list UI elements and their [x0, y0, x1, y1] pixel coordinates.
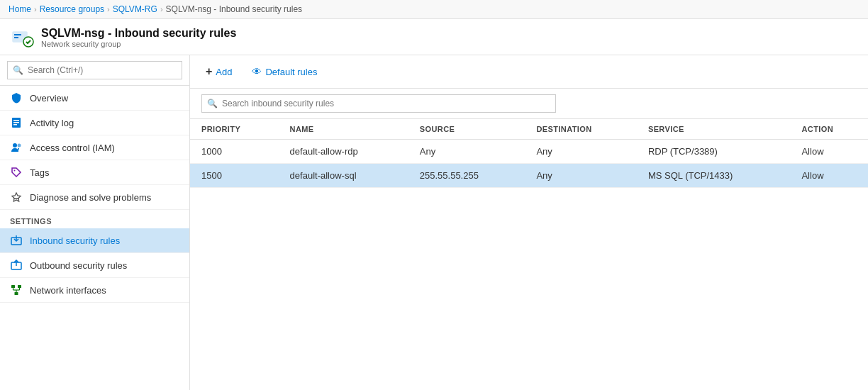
- sidebar-search-input[interactable]: [7, 61, 182, 79]
- svg-rect-14: [11, 285, 15, 288]
- nsg-icon: [11, 26, 34, 49]
- sidebar-item-overview-label: Overview: [30, 93, 68, 104]
- add-button[interactable]: + Add: [201, 62, 236, 81]
- table-search-icon: 🔍: [207, 99, 218, 108]
- table-search-input[interactable]: [201, 94, 556, 113]
- tag-icon: [10, 166, 23, 179]
- breadcrumb-resource-groups[interactable]: Resource groups: [40, 4, 104, 14]
- col-source: SOURCE: [408, 119, 525, 140]
- svg-rect-15: [18, 285, 21, 288]
- table-row[interactable]: 1500default-allow-sql255.55.55.255AnyMS …: [190, 164, 868, 188]
- sidebar-item-diagnose-label: Diagnose and solve problems: [30, 192, 151, 203]
- sidebar-item-iam-label: Access control (IAM): [30, 143, 115, 153]
- svg-rect-16: [15, 292, 18, 295]
- col-priority: PRIORITY: [190, 119, 279, 140]
- shield-icon: [10, 91, 23, 104]
- iam-icon: [10, 141, 23, 154]
- sidebar-item-network[interactable]: Network interfaces: [0, 278, 189, 303]
- content-toolbar: + Add 👁 Default rules: [190, 55, 868, 89]
- svg-point-8: [14, 170, 16, 172]
- svg-rect-5: [13, 124, 17, 126]
- sidebar-item-network-label: Network interfaces: [30, 285, 106, 296]
- breadcrumb-sqlvm-rg[interactable]: SQLVM-RG: [113, 4, 157, 14]
- sidebar-item-tags-label: Tags: [30, 167, 49, 178]
- sidebar-item-outbound-label: Outbound security rules: [30, 260, 127, 271]
- sidebar-item-tags[interactable]: Tags: [0, 160, 189, 185]
- sidebar-item-activity-label: Activity log: [30, 118, 74, 128]
- sidebar-item-inbound[interactable]: Inbound security rules: [0, 228, 189, 253]
- sidebar-item-inbound-label: Inbound security rules: [30, 235, 120, 246]
- sidebar-item-activity-log[interactable]: Activity log: [0, 111, 189, 135]
- col-destination: DESTINATION: [525, 119, 636, 140]
- page-subtitle: Network security group: [41, 40, 236, 48]
- sidebar-item-iam[interactable]: Access control (IAM): [0, 135, 189, 160]
- sidebar-item-outbound[interactable]: Outbound security rules: [0, 253, 189, 278]
- content-search-area: 🔍: [190, 89, 868, 119]
- table-row[interactable]: 1000default-allow-rdpAnyAnyRDP (TCP/3389…: [190, 140, 868, 164]
- svg-rect-4: [13, 122, 19, 123]
- breadcrumb-home[interactable]: Home: [9, 4, 31, 14]
- table-header-row: PRIORITY NAME SOURCE DESTINATION SERVICE…: [190, 119, 868, 140]
- activity-icon: [10, 116, 23, 129]
- breadcrumb-current: SQLVM-nsg - Inbound security rules: [166, 4, 303, 14]
- diagnose-icon: [10, 191, 23, 204]
- rules-table: PRIORITY NAME SOURCE DESTINATION SERVICE…: [190, 119, 868, 188]
- inbound-icon: [10, 234, 23, 247]
- content-area: + Add 👁 Default rules 🔍 PRIORITY NAME SO…: [190, 55, 868, 390]
- svg-rect-3: [13, 120, 19, 121]
- sidebar-search-wrapper: 🔍: [0, 55, 189, 86]
- sidebar-item-overview[interactable]: Overview: [0, 86, 189, 111]
- add-icon: +: [206, 65, 212, 78]
- col-service: SERVICE: [637, 119, 791, 140]
- sidebar-item-diagnose[interactable]: Diagnose and solve problems: [0, 185, 189, 210]
- breadcrumb: Home › Resource groups › SQLVM-RG › SQLV…: [0, 0, 868, 19]
- settings-section-label: SETTINGS: [0, 210, 189, 228]
- svg-point-7: [18, 144, 21, 147]
- sidebar-search-icon: 🔍: [13, 65, 23, 75]
- svg-point-6: [13, 143, 17, 147]
- page-header: SQLVM-nsg - Inbound security rules Netwo…: [0, 19, 868, 55]
- outbound-icon: [10, 259, 23, 272]
- col-name: NAME: [279, 119, 408, 140]
- default-rules-button[interactable]: 👁 Default rules: [247, 63, 321, 80]
- eye-icon: 👁: [252, 66, 262, 77]
- default-rules-label: Default rules: [265, 67, 317, 77]
- col-action: ACTION: [790, 119, 868, 140]
- add-label: Add: [216, 67, 232, 77]
- page-title: SQLVM-nsg - Inbound security rules: [41, 27, 236, 40]
- network-icon: [10, 284, 23, 296]
- sidebar: 🔍 Overview Activity log: [0, 55, 190, 390]
